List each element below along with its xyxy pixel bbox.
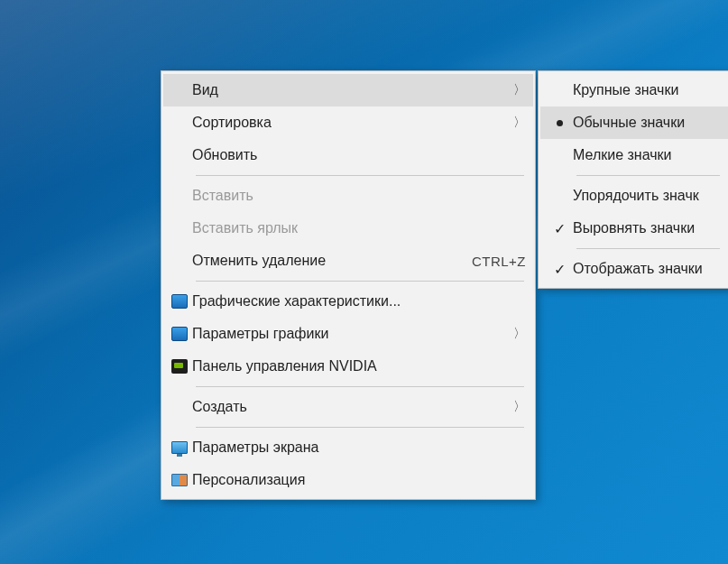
menu-label: Обновить: [192, 147, 526, 163]
nvidia-icon: [167, 356, 192, 377]
menu-personalize[interactable]: Персонализация: [163, 464, 533, 496]
menu-label: Создать: [192, 399, 510, 415]
personalize-icon: [167, 469, 192, 491]
chevron-right-icon: 〉: [510, 399, 526, 415]
empty-icon: [167, 144, 192, 166]
menu-separator: [576, 248, 720, 249]
menu-refresh[interactable]: Обновить: [163, 139, 533, 171]
menu-display-settings[interactable]: Параметры экрана: [163, 431, 533, 464]
radio-dot-icon: [557, 120, 563, 126]
empty-icon: [167, 112, 192, 134]
check-slot: ✓: [546, 217, 573, 239]
menu-new[interactable]: Создать 〉: [163, 391, 533, 423]
submenu-auto-arrange[interactable]: Упорядочить значк: [540, 180, 728, 212]
submenu-label: Выровнять значки: [573, 220, 722, 236]
menu-separator: [196, 386, 524, 387]
menu-view[interactable]: Вид 〉: [163, 74, 533, 106]
submenu-show-icons[interactable]: ✓ Отображать значки: [540, 253, 728, 285]
empty-icon: [167, 79, 192, 101]
menu-label: Отменить удаление: [192, 253, 472, 269]
menu-nvidia-control-panel[interactable]: Панель управления NVIDIA: [163, 350, 533, 383]
empty-icon: [167, 250, 192, 272]
radio-slot: [546, 144, 573, 166]
menu-label: Параметры экрана: [192, 439, 526, 456]
menu-paste: Вставить: [163, 180, 533, 212]
menu-separator: [576, 175, 720, 176]
empty-icon: [167, 217, 192, 239]
empty-icon: [167, 185, 192, 207]
intel-icon: [167, 291, 192, 312]
submenu-small-icons[interactable]: Мелкие значки: [540, 139, 728, 171]
desktop-context-menu: Вид 〉 Сортировка 〉 Обновить Вставить Вст…: [161, 70, 536, 500]
menu-separator: [196, 175, 524, 176]
menu-label: Сортировка: [192, 115, 510, 131]
submenu-label: Упорядочить значк: [573, 188, 722, 204]
submenu-label: Мелкие значки: [573, 147, 722, 163]
chevron-right-icon: 〉: [510, 82, 526, 98]
menu-label: Панель управления NVIDIA: [192, 358, 526, 374]
check-slot: [546, 185, 573, 207]
chevron-right-icon: 〉: [510, 115, 526, 131]
submenu-align-to-grid[interactable]: ✓ Выровнять значки: [540, 212, 728, 245]
menu-graphics-properties[interactable]: Графические характеристики...: [163, 285, 533, 318]
menu-shortcut: CTRL+Z: [472, 254, 526, 269]
submenu-label: Крупные значки: [573, 82, 722, 98]
menu-label: Графические характеристики...: [192, 293, 526, 310]
checkmark-icon: ✓: [554, 220, 566, 237]
menu-undo-delete[interactable]: Отменить удаление CTRL+Z: [163, 245, 533, 277]
submenu-label: Обычные значки: [573, 115, 722, 131]
radio-slot: [546, 79, 573, 101]
menu-paste-shortcut: Вставить ярлык: [163, 212, 533, 245]
menu-label: Персонализация: [192, 472, 526, 488]
chevron-right-icon: 〉: [510, 326, 526, 342]
menu-label: Параметры графики: [192, 326, 510, 342]
check-slot: ✓: [546, 258, 573, 280]
menu-graphics-options[interactable]: Параметры графики 〉: [163, 318, 533, 350]
menu-label: Вставить ярлык: [192, 220, 526, 236]
checkmark-icon: ✓: [554, 261, 566, 278]
menu-sort[interactable]: Сортировка 〉: [163, 106, 533, 139]
empty-icon: [167, 396, 192, 418]
view-submenu: Крупные значки Обычные значки Мелкие зна…: [538, 70, 728, 289]
submenu-large-icons[interactable]: Крупные значки: [540, 74, 728, 106]
submenu-medium-icons[interactable]: Обычные значки: [540, 106, 728, 139]
menu-label: Вид: [192, 82, 510, 98]
monitor-icon: [167, 437, 192, 458]
menu-separator: [196, 281, 524, 282]
menu-separator: [196, 427, 524, 428]
radio-slot: [546, 112, 573, 134]
intel-icon: [167, 323, 192, 345]
submenu-label: Отображать значки: [573, 261, 722, 277]
menu-label: Вставить: [192, 188, 526, 204]
